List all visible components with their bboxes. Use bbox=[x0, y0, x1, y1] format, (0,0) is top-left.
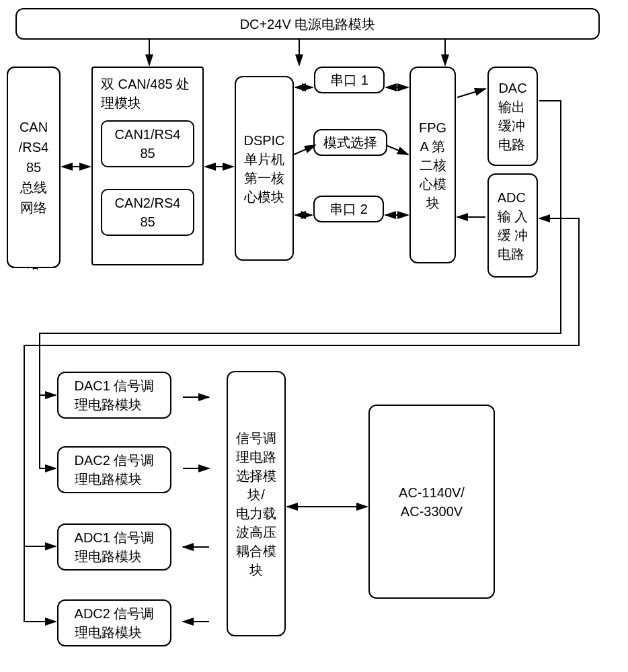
power-label: DC+24V 电源电路模块 bbox=[240, 15, 376, 34]
adc-buffer-label: ADC输 入缓 冲电路 bbox=[498, 188, 528, 263]
uart1-label: 串口 1 bbox=[330, 71, 368, 89]
dac1-label: DAC1 信号调理电路模块 bbox=[75, 376, 155, 414]
adc1-label: ADC1 信号调理电路模块 bbox=[75, 528, 155, 566]
adc1-cond: ADC1 信号调理电路模块 bbox=[57, 523, 171, 571]
dac-buffer-label: DAC输出缓冲电路 bbox=[498, 79, 526, 154]
dac-buffer: DAC输出缓冲电路 bbox=[487, 67, 538, 166]
fpga-label: FPGA 第二核心模块 bbox=[419, 118, 446, 212]
can-bus-label: CAN/RS485总线网络 bbox=[19, 117, 48, 218]
dspic-module: DSPIC单片机第一核心模块 bbox=[235, 76, 294, 261]
can2-label: CAN2/RS485 bbox=[115, 194, 181, 231]
can2-box: CAN2/RS485 bbox=[101, 189, 194, 236]
dac2-label: DAC2 信号调理电路模块 bbox=[75, 451, 155, 489]
svg-line-11 bbox=[457, 89, 485, 97]
uart2-label: 串口 2 bbox=[329, 200, 368, 218]
dac1-cond: DAC1 信号调理电路模块 bbox=[57, 372, 171, 419]
fpga-module: FPGA 第二核心模块 bbox=[409, 67, 456, 263]
selector-module: 信号调理电路选择模块/电力载波高压耦合模块 bbox=[227, 371, 286, 636]
mode-select-label: 模式选择 bbox=[323, 133, 377, 152]
dual-can-module: 双 CAN/485 处理模块 CAN1/RS485 CAN2/RS485 bbox=[91, 67, 204, 265]
dual-can-title: 双 CAN/485 处理模块 bbox=[101, 75, 194, 112]
mode-select-box: 模式选择 bbox=[313, 129, 387, 156]
uart1-box: 串口 1 bbox=[314, 67, 385, 93]
dspic-label: DSPIC单片机第一核心模块 bbox=[243, 131, 284, 206]
adc2-cond: ADC2 信号调理电路模块 bbox=[57, 599, 171, 646]
svg-line-7 bbox=[294, 145, 315, 155]
dac2-cond: DAC2 信号调理电路模块 bbox=[57, 446, 171, 493]
ac-label: AC-1140V/AC-3300V bbox=[399, 483, 465, 521]
ac-block: AC-1140V/AC-3300V bbox=[368, 405, 495, 599]
can-bus-network: CAN/RS485总线网络 bbox=[7, 67, 61, 268]
uart2-box: 串口 2 bbox=[313, 196, 384, 222]
selector-label: 信号调理电路选择模块/电力载波高压耦合模块 bbox=[236, 429, 276, 579]
adc2-label: ADC2 信号调理电路模块 bbox=[75, 604, 155, 642]
svg-line-8 bbox=[386, 145, 408, 155]
power-module: DC+24V 电源电路模块 bbox=[15, 8, 600, 40]
can1-label: CAN1/RS485 bbox=[115, 125, 181, 163]
adc-buffer: ADC输 入缓 冲电路 bbox=[487, 173, 538, 278]
can1-box: CAN1/RS485 bbox=[101, 120, 194, 167]
